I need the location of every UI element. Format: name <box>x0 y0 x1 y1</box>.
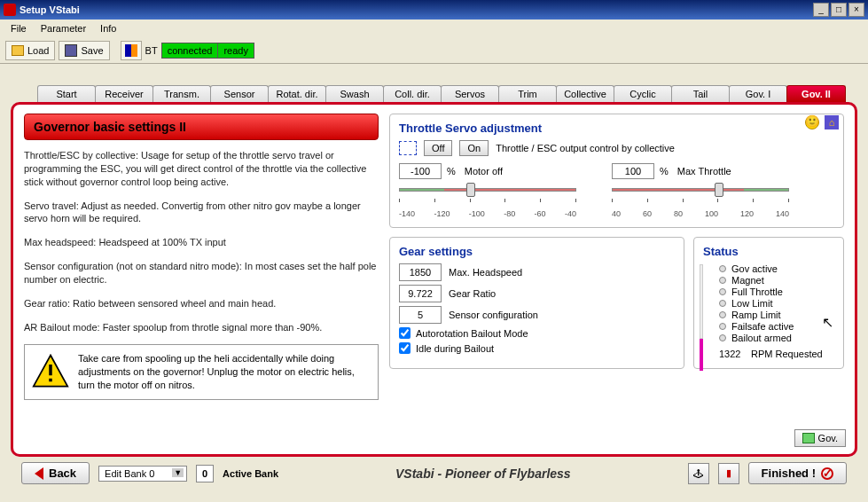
folder-icon <box>12 45 24 56</box>
ar-bailout-checkbox[interactable] <box>399 327 411 339</box>
tab-bar: StartReceiverTransm.SensorRotat. dir.Swa… <box>37 85 857 102</box>
menu-file[interactable]: File <box>4 21 34 35</box>
bt-connected: connected <box>162 43 219 58</box>
status-title: Status <box>703 245 834 258</box>
tab-tail[interactable]: Tail <box>671 85 730 102</box>
tab-servos[interactable]: Servos <box>441 85 499 102</box>
gov-button[interactable]: Gov. <box>794 429 846 447</box>
bt-label: BT <box>145 45 158 56</box>
close-button[interactable]: × <box>848 3 864 17</box>
svg-rect-1 <box>49 365 52 375</box>
active-bank-label: Active Bank <box>223 468 278 479</box>
throttle-panel: Throttle Servo adjustment Off On Throttl… <box>389 114 844 228</box>
max-throttle-input[interactable] <box>612 163 654 179</box>
status-led-row: Bailout armed <box>719 333 834 343</box>
maximize-button[interactable]: □ <box>831 3 847 17</box>
motor-off-slider[interactable] <box>399 183 576 197</box>
main-frame: ⌂ Governor basic settings II Throttle/ES… <box>11 102 857 457</box>
status-led-row: Full Throttle <box>719 286 834 297</box>
save-button[interactable]: Save <box>59 41 109 60</box>
led-icon <box>719 300 726 307</box>
section-title: Governor basic settings II <box>24 114 379 140</box>
menu-info[interactable]: Info <box>93 21 123 35</box>
select-box-icon[interactable] <box>399 141 417 155</box>
warning-icon <box>32 352 69 391</box>
load-button[interactable]: Load <box>5 41 55 60</box>
by-collective-label: Throttle / ESC output control by collect… <box>496 143 675 153</box>
bt-status: connected ready <box>161 43 254 59</box>
gear-title: Gear settings <box>399 245 675 258</box>
tab-gov-i[interactable]: Gov. I <box>729 85 787 102</box>
minimize-button[interactable]: _ <box>813 3 829 17</box>
finished-button[interactable]: Finished !✓ <box>748 462 847 484</box>
slogan: VStabi - Pioneer of Flybarless <box>287 467 679 481</box>
svg-rect-2 <box>49 379 52 382</box>
warning-box: Take care from spooling up the heli acci… <box>24 344 379 400</box>
description: Throttle/ESC by collective: Usage for se… <box>24 149 379 333</box>
tab-trim[interactable]: Trim <box>498 85 557 102</box>
status-panel: Status Gov activeMagnetFull ThrottleLow … <box>693 237 844 369</box>
on-button[interactable]: On <box>459 140 489 156</box>
window-title: Setup VStabi <box>20 4 813 15</box>
tab-cyclic[interactable]: Cyclic <box>614 85 672 102</box>
bt-ready: ready <box>218 43 254 58</box>
motor-off-input[interactable] <box>399 163 442 179</box>
status-bar-indicator <box>700 264 703 371</box>
device-button[interactable]: ▮ <box>718 463 739 484</box>
max-headspeed-input[interactable] <box>399 263 442 281</box>
status-led-row: Failsafe active <box>719 321 834 332</box>
status-led-row: Magnet <box>719 275 834 286</box>
led-icon <box>719 265 726 272</box>
led-icon <box>719 288 726 295</box>
bluetooth-icon <box>125 44 137 57</box>
active-bank-number: 0 <box>196 465 214 482</box>
toolbar: Load Save BT connected ready <box>0 37 868 64</box>
titlebar: Setup VStabi _ □ × <box>0 0 868 20</box>
idle-bailout-checkbox[interactable] <box>399 342 411 354</box>
bluetooth-button[interactable] <box>121 41 142 60</box>
tab-collective[interactable]: Collective <box>556 85 614 102</box>
tab-coll-dir-[interactable]: Coll. dir. <box>383 85 442 102</box>
status-led-row: Ramp Limit <box>719 310 834 320</box>
back-button[interactable]: Back <box>21 462 90 484</box>
warning-text: Take care from spooling up the heli acci… <box>78 352 371 392</box>
throttle-title: Throttle Servo adjustment <box>399 122 834 135</box>
disk-icon <box>65 44 77 57</box>
check-icon: ✓ <box>821 467 833 480</box>
led-icon <box>719 323 726 330</box>
tab-rotat-dir-[interactable]: Rotat. dir. <box>268 85 326 102</box>
led-icon <box>719 334 726 341</box>
book-icon <box>802 433 815 443</box>
max-throttle-slider[interactable] <box>612 183 789 197</box>
gear-ratio-input[interactable] <box>399 285 442 302</box>
led-icon <box>719 277 726 284</box>
tab-sensor[interactable]: Sensor <box>210 85 269 102</box>
status-led-row: Low Limit <box>719 298 834 309</box>
arrow-left-icon <box>35 467 43 480</box>
status-led-row: Gov active <box>719 263 834 274</box>
off-button[interactable]: Off <box>424 140 452 156</box>
app-icon <box>4 4 16 16</box>
bottom-bar: Back Edit Bank 0 0 Active Bank VStabi - … <box>11 457 857 490</box>
gear-panel: Gear settings Max. Headspeed Gear Ratio … <box>389 237 684 369</box>
tab-transm-[interactable]: Transm. <box>152 85 211 102</box>
motor-off-label: Motor off <box>465 166 503 176</box>
tab-gov-ii[interactable]: Gov. II <box>786 85 846 102</box>
led-icon <box>719 311 726 318</box>
sensor-config-input[interactable] <box>399 306 442 324</box>
menubar: File Parameter Info <box>0 20 868 37</box>
tab-receiver[interactable]: Receiver <box>95 85 153 102</box>
menu-parameter[interactable]: Parameter <box>34 21 93 35</box>
rpm-label: RPM Requested <box>751 349 823 359</box>
bank-select[interactable]: Edit Bank 0 <box>98 466 187 482</box>
tab-start[interactable]: Start <box>37 85 96 102</box>
max-throttle-label: Max Throttle <box>677 166 731 176</box>
joystick-button[interactable]: 🕹 <box>688 463 709 484</box>
rpm-value: 1322 <box>719 349 751 359</box>
tab-swash[interactable]: Swash <box>325 85 384 102</box>
